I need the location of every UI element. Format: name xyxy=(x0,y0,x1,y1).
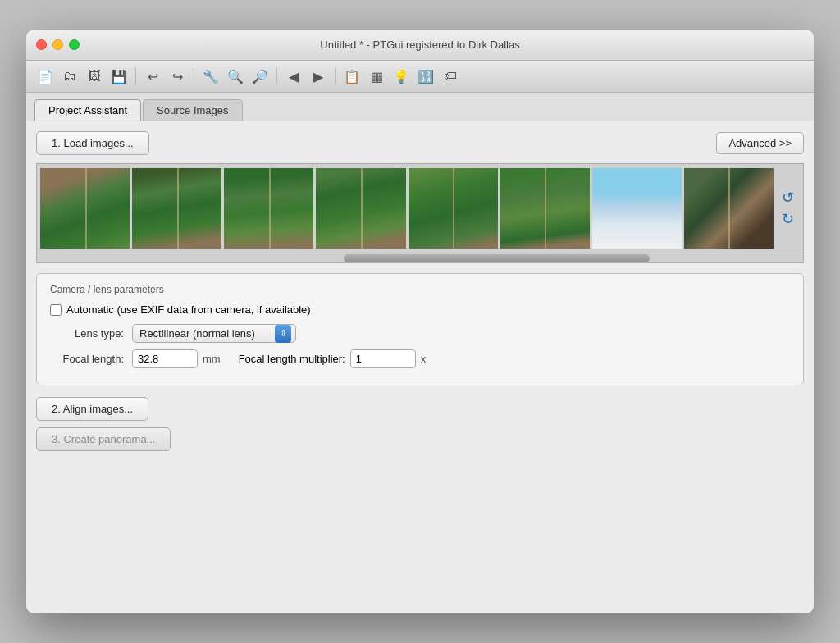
add-images-button[interactable]: 🖼 xyxy=(84,66,105,87)
tools-button[interactable]: 🔧 xyxy=(200,66,221,87)
traffic-lights xyxy=(36,39,80,50)
thumbnail-6[interactable] xyxy=(500,168,590,249)
create-panorama-button: 3. Create panorama... xyxy=(36,427,171,451)
lightbulb-button[interactable]: 💡 xyxy=(390,66,412,87)
load-images-button[interactable]: 1. Load images... xyxy=(36,131,149,155)
tab-project-assistant[interactable]: Project Assistant xyxy=(34,99,141,121)
titlebar: Untitled * - PTGui registered to Dirk Da… xyxy=(26,30,814,61)
lens-type-label: Lens type: xyxy=(50,327,124,340)
auto-exif-label: Automatic (use EXIF data from camera, if… xyxy=(66,303,311,316)
open-file-button[interactable]: 🗂 xyxy=(59,66,80,87)
advanced-button[interactable]: Advanced >> xyxy=(716,132,804,154)
multiplier-unit: x xyxy=(421,353,427,365)
thumbnail-4[interactable] xyxy=(316,168,405,249)
top-row: 1. Load images... Advanced >> xyxy=(36,131,804,155)
lens-type-select[interactable]: Rectilinear (normal lens) Fisheye Circul… xyxy=(132,324,296,343)
image-strip-scrollbar[interactable] xyxy=(36,253,804,263)
lens-type-select-wrapper: Rectilinear (normal lens) Fisheye Circul… xyxy=(132,324,296,343)
toolbar: 📄 🗂 🖼 💾 ↩ ↪ 🔧 🔍 🔎 ◀ ▶ 📋 ▦ 💡 🔢 🏷 xyxy=(26,61,814,93)
strip-controls: ↺ ↻ xyxy=(775,187,800,230)
new-file-button[interactable]: 📄 xyxy=(34,66,56,87)
image-thumbnails xyxy=(40,168,774,249)
image-strip: ↺ ↻ xyxy=(36,163,804,253)
step-buttons: 2. Align images... 3. Create panorama... xyxy=(36,397,804,458)
number-button[interactable]: 🔢 xyxy=(415,66,436,87)
align-images-button[interactable]: 2. Align images... xyxy=(36,397,148,421)
window-title: Untitled * - PTGui registered to Dirk Da… xyxy=(320,39,519,51)
camera-section-title: Camera / lens parameters xyxy=(50,284,790,295)
focal-length-unit: mm xyxy=(203,353,221,365)
close-button[interactable] xyxy=(36,39,47,50)
rotate-left-button[interactable]: ↺ xyxy=(778,189,797,207)
app-window: Untitled * - PTGui registered to Dirk Da… xyxy=(26,30,814,613)
maximize-button[interactable] xyxy=(69,39,80,50)
undo-button[interactable]: ↩ xyxy=(142,66,163,87)
toolbar-sep-4 xyxy=(335,68,336,84)
thumbnail-7[interactable] xyxy=(592,168,682,249)
camera-lens-section: Camera / lens parameters Automatic (use … xyxy=(36,273,804,385)
save-button[interactable]: 💾 xyxy=(108,66,130,87)
focal-length-label: Focal length: xyxy=(50,353,124,365)
lens-type-row: Lens type: Rectilinear (normal lens) Fis… xyxy=(50,324,790,343)
next-button[interactable]: ▶ xyxy=(308,66,329,87)
thumbnail-2[interactable] xyxy=(132,168,221,249)
thumbnail-3[interactable] xyxy=(224,168,313,249)
auto-checkbox-row: Automatic (use EXIF data from camera, if… xyxy=(50,303,790,316)
redo-button[interactable]: ↪ xyxy=(167,66,188,87)
zoom-out-button[interactable]: 🔎 xyxy=(249,66,271,87)
tag-button[interactable]: 🏷 xyxy=(440,66,461,87)
copy-button[interactable]: 📋 xyxy=(341,66,363,87)
content-area: 1. Load images... Advanced >> ↺ ↻ xyxy=(26,121,814,613)
minimize-button[interactable] xyxy=(52,39,63,50)
tab-bar: Project Assistant Source Images xyxy=(26,93,814,121)
scrollbar-thumb[interactable] xyxy=(344,254,651,262)
toolbar-sep-3 xyxy=(276,68,277,84)
toolbar-sep-1 xyxy=(135,68,136,84)
focal-length-inputs: 32.8 mm Focal length multiplier: 1 x xyxy=(132,349,426,368)
thumbnail-8[interactable] xyxy=(684,168,774,249)
focal-length-input[interactable]: 32.8 xyxy=(132,349,198,368)
focal-length-row: Focal length: 32.8 mm Focal length multi… xyxy=(50,349,790,368)
thumbnail-1[interactable] xyxy=(40,168,130,249)
toolbar-sep-2 xyxy=(194,68,194,84)
prev-button[interactable]: ◀ xyxy=(283,66,304,87)
multiplier-input[interactable]: 1 xyxy=(350,349,416,368)
rotate-right-button[interactable]: ↻ xyxy=(778,210,797,228)
auto-exif-checkbox[interactable] xyxy=(50,304,62,316)
grid-button[interactable]: ▦ xyxy=(366,66,387,87)
multiplier-label: Focal length multiplier: xyxy=(239,353,345,365)
thumbnail-5[interactable] xyxy=(409,168,498,249)
zoom-in-button[interactable]: 🔍 xyxy=(225,66,246,87)
tab-source-images[interactable]: Source Images xyxy=(143,99,242,121)
